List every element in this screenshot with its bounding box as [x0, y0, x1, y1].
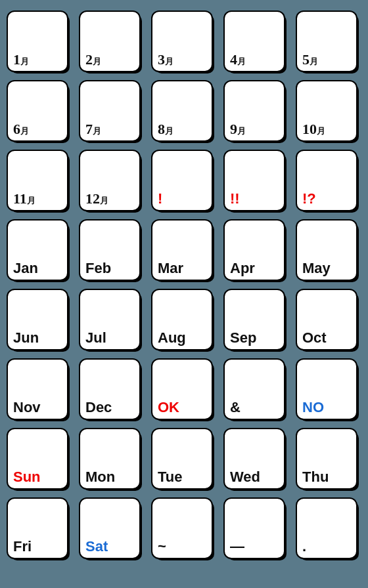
sticker-no[interactable]: NO: [297, 360, 356, 419]
sticker-mar-jp[interactable]: 3月: [152, 12, 212, 71]
sticker-label-exclaim1: !: [158, 192, 162, 206]
sticker-wed[interactable]: Wed: [225, 429, 284, 488]
sticker-label-apr-en: Apr: [230, 261, 255, 276]
sticker-label-mar-en: Mar: [158, 261, 183, 276]
sticker-jun-jp[interactable]: 6月: [8, 81, 67, 140]
sticker-may-jp[interactable]: 5月: [297, 12, 356, 71]
sticker-label-no: NO: [302, 400, 324, 415]
sticker-feb-en[interactable]: Feb: [80, 220, 139, 280]
sticker-exclaim1[interactable]: !: [152, 151, 212, 210]
sticker-dec-en[interactable]: Dec: [80, 360, 139, 419]
sticker-ampersand[interactable]: &: [225, 360, 284, 419]
sticker-jul-en[interactable]: Jul: [80, 290, 139, 349]
sticker-label-ampersand: &: [230, 400, 241, 415]
sticker-label-jul-en: Jul: [85, 331, 106, 345]
sticker-label-nov-en: Nov: [13, 400, 41, 415]
sticker-jul-jp[interactable]: 7月: [80, 81, 139, 140]
sticker-nov-en[interactable]: Nov: [8, 360, 67, 419]
sticker-oct-en[interactable]: Oct: [297, 290, 356, 349]
sticker-jan-jp[interactable]: 1月: [8, 12, 67, 71]
sticker-jan-en[interactable]: Jan: [8, 220, 67, 280]
sticker-dash[interactable]: —: [225, 499, 284, 558]
sticker-label-dec-en: Dec: [85, 400, 112, 415]
sticker-label-sep-en: Sep: [230, 331, 256, 345]
sticker-label-sat: Sat: [85, 539, 108, 554]
sticker-label-sun: Sun: [13, 470, 41, 484]
sticker-label-dot: .: [302, 539, 306, 554]
sticker-mon[interactable]: Mon: [80, 429, 139, 488]
sticker-label-exclaim-q: !?: [302, 192, 316, 206]
sticker-feb-jp[interactable]: 2月: [80, 12, 139, 71]
sticker-label-feb-en: Feb: [85, 261, 111, 276]
sticker-label-aug-en: Aug: [158, 331, 186, 345]
sticker-may-en[interactable]: May: [297, 220, 356, 280]
sticker-exclaim-q[interactable]: !?: [297, 151, 356, 210]
sticker-label-tilde: ~: [158, 539, 166, 554]
sticker-sat[interactable]: Sat: [80, 499, 139, 558]
sticker-label-may-en: May: [302, 261, 331, 276]
sticker-apr-en[interactable]: Apr: [225, 220, 284, 280]
sticker-label-ok: OK: [158, 400, 179, 415]
sticker-label-fri: Fri: [13, 539, 32, 554]
sticker-thu[interactable]: Thu: [297, 429, 356, 488]
sticker-label-dash: —: [230, 539, 244, 554]
sticker-label-wed: Wed: [230, 470, 260, 484]
sticker-label-tue: Tue: [158, 470, 182, 484]
sticker-fri[interactable]: Fri: [8, 499, 67, 558]
sticker-label-thu: Thu: [302, 470, 329, 484]
sticker-sep-jp[interactable]: 9月: [225, 81, 284, 140]
sticker-label-mon: Mon: [85, 470, 115, 484]
sticker-label-jan-en: Jan: [13, 261, 38, 276]
sticker-aug-jp[interactable]: 8月: [152, 81, 212, 140]
sticker-jun-en[interactable]: Jun: [8, 290, 67, 349]
sticker-tue[interactable]: Tue: [152, 429, 212, 488]
sticker-oct-jp[interactable]: 10月: [297, 81, 356, 140]
sticker-label-exclaim2: !!: [230, 192, 240, 206]
sticker-dot[interactable]: .: [297, 499, 356, 558]
sticker-nov-jp[interactable]: 11月: [8, 151, 67, 210]
sticker-ok[interactable]: OK: [152, 360, 212, 419]
sticker-tilde[interactable]: ~: [152, 499, 212, 558]
sticker-grid: 1月2月3月4月5月6月7月8月9月10月11月12月!!!!?JanFebMa…: [8, 12, 360, 558]
sticker-dec-jp[interactable]: 12月: [80, 151, 139, 210]
sticker-sun[interactable]: Sun: [8, 429, 67, 488]
sticker-exclaim2[interactable]: !!: [225, 151, 284, 210]
sticker-apr-jp[interactable]: 4月: [225, 12, 284, 71]
sticker-sep-en[interactable]: Sep: [225, 290, 284, 349]
sticker-label-oct-en: Oct: [302, 331, 327, 345]
sticker-label-jun-en: Jun: [13, 331, 39, 345]
sticker-mar-en[interactable]: Mar: [152, 220, 212, 280]
sticker-aug-en[interactable]: Aug: [152, 290, 212, 349]
